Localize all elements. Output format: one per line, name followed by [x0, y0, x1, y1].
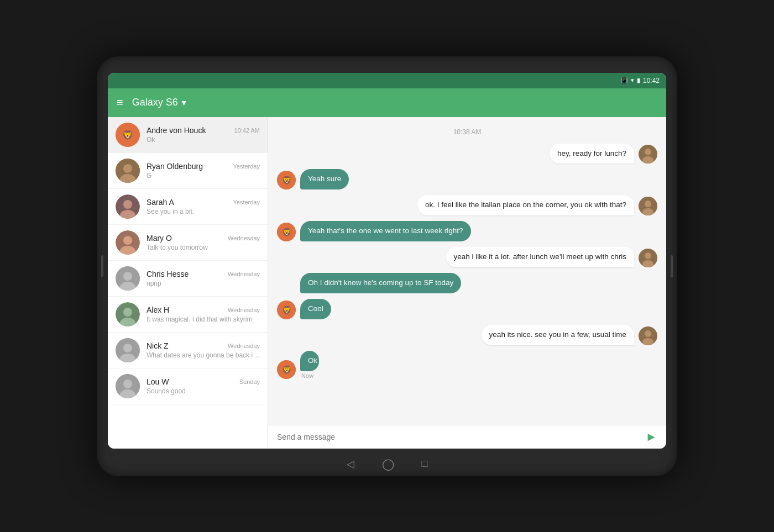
avatar: 🦁 [277, 360, 296, 379]
avatar: 🦁 [277, 171, 296, 189]
conv-time: Sunday [239, 378, 260, 385]
svg-text:🦁: 🦁 [282, 365, 292, 375]
app-title: Galaxy S6 ▼ [132, 97, 188, 108]
svg-point-6 [123, 200, 132, 209]
avatar [116, 230, 140, 255]
status-bar: 📳 ▾ ▮ 10:42 [108, 73, 666, 88]
avatar: 🦁 [116, 123, 140, 147]
conv-name: Mary O [147, 234, 172, 243]
list-item[interactable]: Lou W Sunday Sounds good [108, 368, 268, 404]
avatar [116, 159, 140, 183]
hamburger-icon[interactable]: ≡ [117, 96, 123, 109]
list-item[interactable]: Chris Hesse Wednesday npnp [108, 261, 268, 297]
status-time: 10:42 [643, 77, 660, 85]
conv-header: Chris Hesse Wednesday [147, 270, 260, 278]
msg-with-time: Ok Now [300, 351, 325, 379]
message-bubble: yeah i like it a lot. after lunch we'll … [446, 247, 634, 267]
back-button[interactable]: ◁ [347, 458, 354, 470]
list-item[interactable]: 🦁 Andre von Houck 10:42 AM Ok [108, 117, 268, 153]
message-row: yeah its nice. see you in a few, usual t… [277, 325, 657, 345]
message-bubble: Ok [300, 351, 319, 371]
conv-header: Alex H Wednesday [147, 305, 260, 314]
conv-info: Ryan Oldenburg Yesterday G [147, 162, 260, 180]
svg-point-3 [123, 164, 132, 173]
nav-bar: ◁ ◯ □ [347, 457, 428, 471]
conv-info: Lou W Sunday Sounds good [147, 377, 260, 395]
avatar [639, 326, 657, 345]
conv-preview: Talk to you tomorrow [147, 244, 260, 251]
list-item[interactable]: Sarah A Yesterday See you in a bit. [108, 189, 268, 225]
message-row: 🦁 Ok Now [277, 351, 657, 379]
avatar [116, 194, 140, 219]
avatar [639, 249, 657, 267]
chat-messages: 10:38 AM hey, ready for lunch? [268, 117, 666, 425]
chat-area: 10:38 AM hey, ready for lunch? [268, 117, 666, 449]
app-bar: ≡ Galaxy S6 ▼ [108, 88, 666, 117]
conv-preview: It was magical. I did that with skyrim [147, 315, 260, 323]
list-item[interactable]: Alex H Wednesday It was magical. I did t… [108, 297, 268, 333]
wifi-icon: ▾ [631, 77, 634, 84]
message-input[interactable] [277, 433, 641, 441]
dropdown-arrow-icon[interactable]: ▼ [180, 98, 188, 107]
conv-name: Andre von Houck [147, 126, 206, 135]
conv-time: Yesterday [233, 199, 260, 206]
list-item[interactable]: Ryan Oldenburg Yesterday G [108, 153, 268, 189]
message-bubble: yeah its nice. see you in a few, usual t… [482, 325, 634, 345]
avatar [639, 197, 657, 215]
message-bubble: hey, ready for lunch? [550, 144, 634, 164]
home-button[interactable]: ◯ [382, 457, 394, 471]
svg-text:🦁: 🦁 [282, 305, 292, 315]
conv-time: Wednesday [228, 235, 260, 241]
conv-info: Nick Z Wednesday What dates are you gonn… [147, 341, 260, 359]
avatar [116, 302, 140, 326]
conv-preview: What dates are you gonna be back in M... [147, 351, 260, 359]
conv-name: Ryan Oldenburg [147, 162, 203, 171]
svg-point-24 [645, 149, 651, 155]
message-time-label: Now [300, 372, 313, 379]
svg-point-34 [645, 252, 651, 259]
message-bubble: Cool [300, 299, 331, 319]
message-row: 🦁 Yeah sure [277, 169, 657, 189]
conv-name: Nick Z [147, 341, 169, 350]
conv-info: Andre von Houck 10:42 AM Ok [147, 126, 260, 144]
message-row: hey, ready for lunch? [277, 144, 657, 164]
conv-header: Lou W Sunday [147, 377, 260, 386]
conv-info: Mary O Wednesday Talk to you tomorrow [147, 234, 260, 251]
battery-icon: ▮ [637, 77, 640, 84]
message-bubble: Oh I didn't know he's coming up to SF to… [300, 273, 461, 293]
list-item[interactable]: Nick Z Wednesday What dates are you gonn… [108, 333, 268, 368]
message-row: 🦁 Yeah that's the one we went to last we… [277, 221, 657, 241]
conv-name: Lou W [147, 377, 169, 386]
conv-time: Yesterday [233, 163, 260, 170]
svg-point-15 [123, 308, 132, 317]
conv-time: Wednesday [228, 307, 260, 313]
conv-header: Sarah A Yesterday [147, 198, 260, 207]
recents-button[interactable]: □ [422, 458, 428, 470]
message-row: ok. I feel like the italian place on the… [277, 195, 657, 215]
list-item[interactable]: Mary O Wednesday Talk to you tomorrow [108, 225, 268, 261]
conv-preview: Ok [147, 136, 260, 144]
message-row: yeah i like it a lot. after lunch we'll … [277, 247, 657, 267]
svg-point-12 [123, 272, 132, 281]
conv-info: Alex H Wednesday It was magical. I did t… [147, 305, 260, 323]
conv-name: Sarah A [147, 198, 174, 207]
message-bubble: Yeah that's the one we went to last week… [300, 221, 471, 241]
svg-point-39 [645, 330, 651, 337]
send-button[interactable]: ► [645, 430, 657, 444]
main-content: 🦁 Andre von Houck 10:42 AM Ok [108, 117, 666, 449]
conv-time: 10:42 AM [234, 127, 260, 134]
conv-header: Andre von Houck 10:42 AM [147, 126, 260, 135]
tablet-frame: 📳 ▾ ▮ 10:42 ≡ Galaxy S6 ▼ [97, 56, 677, 476]
avatar [116, 266, 140, 291]
conv-name: Chris Hesse [147, 270, 189, 278]
avatar [116, 338, 140, 362]
conv-preview: G [147, 172, 260, 180]
svg-point-18 [123, 344, 132, 352]
avatar [116, 374, 140, 398]
conv-time: Wednesday [228, 343, 260, 349]
svg-text:🦁: 🦁 [122, 130, 133, 140]
avatar: 🦁 [277, 301, 296, 319]
vibrate-icon: 📳 [620, 77, 628, 84]
conversation-list[interactable]: 🦁 Andre von Houck 10:42 AM Ok [108, 117, 268, 449]
app-title-text: Galaxy S6 [132, 97, 178, 108]
